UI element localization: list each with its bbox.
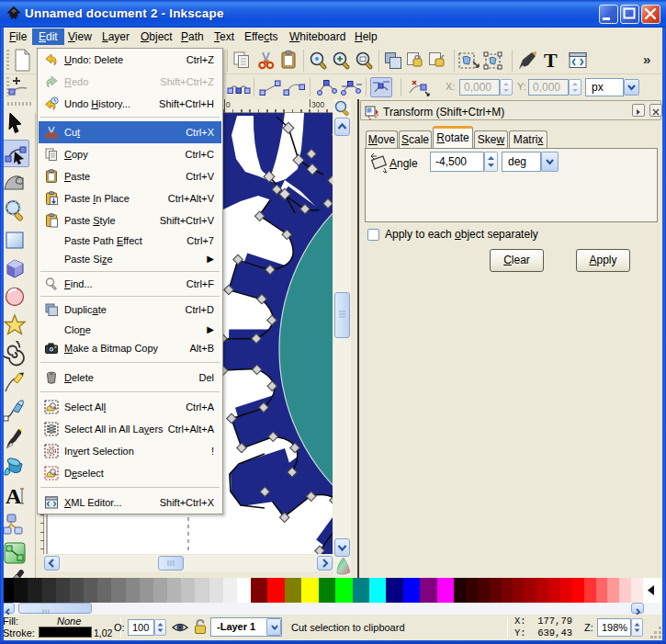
svg-text:A: A bbox=[6, 484, 22, 508]
